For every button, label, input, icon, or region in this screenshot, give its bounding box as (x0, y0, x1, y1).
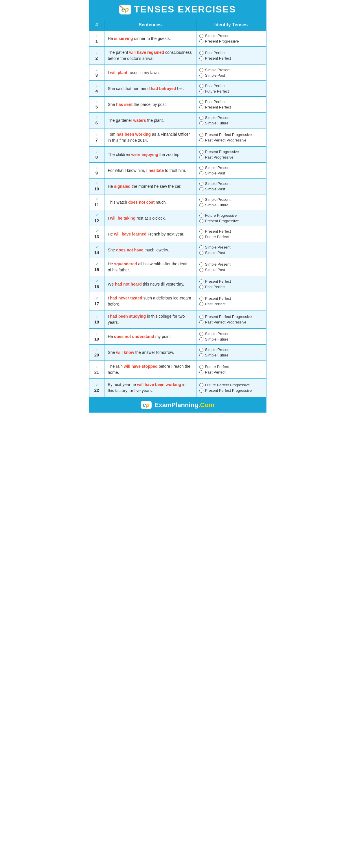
tense-option[interactable]: Present Perfect Progressive (199, 388, 263, 393)
tense-option[interactable]: Present Perfect (199, 279, 263, 283)
radio-circle[interactable] (199, 320, 203, 324)
radio-circle[interactable] (199, 73, 203, 78)
radio-circle[interactable] (199, 187, 203, 191)
tense-option[interactable]: Past Perfect Progressive (199, 320, 263, 324)
tense-option[interactable]: Simple Future (199, 203, 263, 207)
radio-circle[interactable] (199, 229, 203, 234)
tense-option[interactable]: Simple Past (199, 251, 263, 255)
radio-circle[interactable] (199, 51, 203, 55)
radio-circle[interactable] (199, 182, 203, 186)
radio-circle[interactable] (199, 268, 203, 272)
tense-option[interactable]: Simple Past (199, 187, 263, 191)
tense-option[interactable]: Simple Present (199, 165, 263, 170)
tense-option[interactable]: Past Perfect (199, 302, 263, 306)
table-row: ✓11This watch does not cost much.Simple … (89, 194, 266, 210)
radio-circle[interactable] (199, 285, 203, 289)
radio-circle[interactable] (199, 116, 203, 120)
radio-circle[interactable] (199, 383, 203, 387)
sentence-text: The patient will have regained conscious… (108, 50, 193, 62)
table-row: ✓18I had been studying in this college f… (89, 310, 266, 329)
col-num: # (89, 20, 104, 30)
radio-circle[interactable] (199, 337, 203, 341)
tense-option[interactable]: Simple Present (199, 332, 263, 336)
radio-circle[interactable] (199, 219, 203, 223)
tense-option[interactable]: Present Perfect (199, 105, 263, 110)
tense-option[interactable]: Simple Future (199, 353, 263, 357)
radio-circle[interactable] (199, 34, 203, 38)
radio-circle[interactable] (199, 138, 203, 142)
tense-option[interactable]: Past Perfect (199, 285, 263, 289)
tense-option[interactable]: Present Progressive (199, 39, 263, 43)
tense-option[interactable]: Present Perfect (199, 229, 263, 234)
radio-circle[interactable] (199, 353, 203, 357)
tense-option[interactable]: Simple Future (199, 337, 263, 341)
radio-circle[interactable] (199, 84, 203, 88)
radio-circle[interactable] (199, 166, 203, 170)
tense-option[interactable]: Future Perfect (199, 365, 263, 369)
tense-option[interactable]: Simple Present (199, 116, 263, 120)
tense-option[interactable]: Simple Present (199, 197, 263, 202)
tense-option[interactable]: Simple Past (199, 73, 263, 78)
tense-option[interactable]: Present Progressive (199, 219, 263, 223)
cell-tenses: Simple PresentSimple Future (196, 194, 266, 210)
row-number: 2 (95, 56, 98, 60)
radio-circle[interactable] (199, 121, 203, 125)
radio-circle[interactable] (199, 203, 203, 207)
logo-p: p (125, 6, 129, 13)
tense-option[interactable]: Past Perfect (199, 370, 263, 374)
tense-option[interactable]: Future Perfect (199, 235, 263, 239)
radio-circle[interactable] (199, 105, 203, 110)
tense-option[interactable]: Simple Future (199, 121, 263, 125)
tense-option[interactable]: Simple Present (199, 68, 263, 72)
radio-circle[interactable] (199, 197, 203, 202)
radio-circle[interactable] (199, 302, 203, 306)
table-row: ✓9For what I know him, I hesitate to tru… (89, 162, 266, 178)
radio-circle[interactable] (199, 150, 203, 154)
radio-circle[interactable] (199, 251, 203, 255)
tense-option[interactable]: Simple Present (199, 347, 263, 352)
checkmark-icon: ✓ (95, 165, 98, 170)
radio-circle[interactable] (199, 315, 203, 319)
tense-option[interactable]: Past Perfect (199, 84, 263, 88)
radio-circle[interactable] (199, 370, 203, 374)
tense-option[interactable]: Present Progressive (199, 150, 263, 154)
tense-option[interactable]: Past Perfect (199, 51, 263, 55)
tense-option[interactable]: Simple Past (199, 268, 263, 272)
radio-circle[interactable] (199, 245, 203, 249)
radio-circle[interactable] (199, 56, 203, 60)
radio-circle[interactable] (199, 348, 203, 352)
tense-option[interactable]: Future Perfect (199, 89, 263, 93)
tense-option[interactable]: Simple Present (199, 262, 263, 267)
radio-circle[interactable] (199, 332, 203, 336)
tense-option[interactable]: Past Perfect Progressive (199, 138, 263, 142)
row-number: 12 (94, 218, 99, 223)
radio-circle[interactable] (199, 279, 203, 283)
radio-circle[interactable] (199, 68, 203, 72)
tense-option[interactable]: Present Perfect (199, 296, 263, 301)
radio-circle[interactable] (199, 214, 203, 218)
radio-circle[interactable] (199, 297, 203, 301)
tense-option[interactable]: Simple Past (199, 171, 263, 175)
cell-tenses: Simple PresentSimple Past (196, 242, 266, 258)
radio-circle[interactable] (199, 39, 203, 43)
tense-option[interactable]: Simple Present (199, 181, 263, 186)
tense-option[interactable]: Present Perfect Progressive (199, 132, 263, 137)
checkmark-icon: ✓ (95, 34, 98, 38)
radio-circle[interactable] (199, 133, 203, 137)
radio-circle[interactable] (199, 100, 203, 104)
tense-option[interactable]: Past Progressive (199, 155, 263, 159)
radio-circle[interactable] (199, 155, 203, 159)
tense-option[interactable]: Present Perfect (199, 56, 263, 60)
tense-option[interactable]: Future Perfect Progressive (199, 383, 263, 387)
radio-circle[interactable] (199, 89, 203, 93)
radio-circle[interactable] (199, 171, 203, 175)
tense-option[interactable]: Present Perfect Progressive (199, 314, 263, 319)
radio-circle[interactable] (199, 235, 203, 239)
radio-circle[interactable] (199, 262, 203, 267)
radio-circle[interactable] (199, 365, 203, 369)
tense-option[interactable]: Simple Present (199, 34, 263, 38)
tense-option[interactable]: Past Perfect (199, 99, 263, 104)
tense-option[interactable]: Future Progressive (199, 213, 263, 218)
tense-option[interactable]: Simple Present (199, 245, 263, 249)
radio-circle[interactable] (199, 389, 203, 393)
